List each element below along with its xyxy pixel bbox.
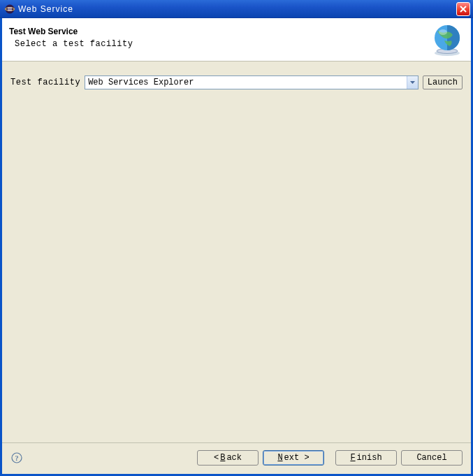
- next-button[interactable]: Next >: [263, 450, 324, 466]
- wizard-header: Test Web Service Select a test facility: [2, 18, 471, 62]
- window-title: Web Service: [18, 4, 456, 14]
- wizard-subtitle: Select a test facility: [9, 39, 464, 49]
- help-button[interactable]: ?: [10, 452, 23, 464]
- svg-text:?: ?: [15, 454, 19, 462]
- cancel-button[interactable]: Cancel: [401, 450, 463, 466]
- wizard-footer: ? < Back Next > Finish Cancel: [2, 442, 471, 474]
- close-button[interactable]: [456, 2, 470, 16]
- svg-point-5: [439, 29, 447, 35]
- back-button[interactable]: < Back: [197, 450, 259, 466]
- help-icon: ?: [11, 452, 22, 463]
- launch-label: Launch: [428, 78, 458, 87]
- dropdown-value: Web Services Explorer: [85, 78, 407, 87]
- test-facility-dropdown[interactable]: Web Services Explorer: [85, 75, 419, 89]
- titlebar: Web Service: [0, 0, 473, 18]
- chevron-down-icon: [407, 76, 418, 89]
- test-facility-label: Test facility: [10, 78, 80, 87]
- launch-button[interactable]: Launch: [423, 75, 463, 89]
- close-icon: [460, 6, 467, 13]
- finish-button[interactable]: Finish: [335, 450, 397, 466]
- wizard-title: Test Web Service: [9, 27, 464, 36]
- eclipse-icon: [4, 3, 15, 15]
- wizard-content: Test facility Web Services Explorer Laun…: [2, 62, 471, 442]
- globe-icon: [429, 21, 465, 59]
- test-facility-row: Test facility Web Services Explorer Laun…: [10, 75, 463, 89]
- dialog-frame: Test Web Service Select a test facility …: [0, 18, 473, 476]
